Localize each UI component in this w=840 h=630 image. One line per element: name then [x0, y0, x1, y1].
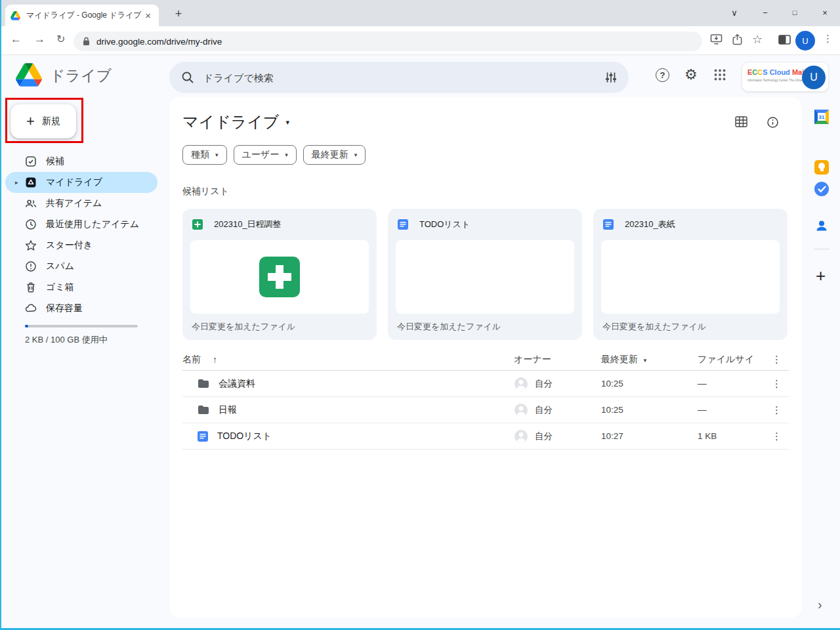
- owner-avatar-icon: [514, 403, 528, 417]
- grid-view-icon[interactable]: [735, 116, 747, 127]
- browser-tab-strip: マイドライブ - Google ドライブ × + ∨ − □ ×: [0, 0, 840, 26]
- file-thumbnail: [190, 240, 369, 314]
- search-input[interactable]: [203, 72, 596, 83]
- header-menu-icon[interactable]: ⋮: [765, 354, 789, 366]
- plus-icon: +: [26, 114, 35, 129]
- card-reason: 今日変更を加えたファイル: [388, 314, 582, 333]
- account-badge-logo: ECCS Cloud Mail: [747, 68, 806, 76]
- tab-search-icon[interactable]: ∨: [719, 0, 749, 25]
- search-bar[interactable]: [169, 62, 629, 93]
- url-text: drive.google.com/drive/my-drive: [96, 37, 222, 47]
- app-name: ドライブ: [50, 66, 112, 86]
- column-header-modified[interactable]: 最終更新▼: [601, 354, 698, 366]
- drive-logo-icon: [16, 63, 42, 87]
- table-row[interactable]: TODOリスト 自分 10:27 1 KB ⋮: [182, 423, 789, 450]
- suggested-card[interactable]: 202310_表紙 今日変更を加えたファイル: [593, 209, 788, 340]
- cloud-icon: [25, 303, 37, 314]
- new-tab-button[interactable]: +: [171, 6, 186, 22]
- sheets-file-icon: [192, 219, 203, 230]
- new-button[interactable]: + 新規: [10, 104, 76, 138]
- chevron-down-icon: ▾: [215, 152, 219, 158]
- sheets-thumbnail-icon: [259, 257, 300, 297]
- column-header-owner[interactable]: オーナー: [514, 354, 601, 366]
- row-menu-icon[interactable]: ⋮: [765, 430, 789, 442]
- contacts-icon[interactable]: [814, 219, 829, 233]
- docs-file-icon: [197, 430, 209, 442]
- reload-icon[interactable]: ↻: [56, 33, 65, 45]
- account-badge[interactable]: ECCS Cloud Mail Information Technology C…: [742, 62, 829, 92]
- table-row[interactable]: 会議資料 自分 10:25 — ⋮: [182, 371, 789, 397]
- storage-usage-text: 2 KB / 100 GB 使用中: [25, 334, 108, 346]
- sidebar-item-label: 共有アイテム: [46, 198, 102, 209]
- browser-profile-avatar[interactable]: U: [795, 31, 815, 51]
- my-drive-icon: [25, 177, 37, 188]
- page-title[interactable]: マイドライブ ▾: [182, 112, 289, 133]
- tasks-icon[interactable]: [814, 182, 829, 196]
- star-icon: [25, 240, 37, 251]
- suggested-cards: 202310_日程調整 今日変更を加えたファイル TODOリスト: [182, 209, 788, 340]
- bookmark-star-icon[interactable]: ☆: [752, 32, 763, 47]
- row-menu-icon[interactable]: ⋮: [765, 378, 789, 390]
- account-avatar[interactable]: U: [802, 66, 826, 89]
- search-options-icon[interactable]: [605, 72, 617, 83]
- screen: マイドライブ - Google ドライブ × + ∨ − □ × ← → ↻ d…: [0, 0, 840, 630]
- sort-desc-icon: ▼: [642, 358, 648, 364]
- table-row[interactable]: 日報 自分 10:25 — ⋮: [182, 397, 789, 423]
- info-icon[interactable]: [766, 116, 779, 129]
- drive-favicon-icon: [10, 11, 20, 20]
- sidebar-nav: 候補 ▸ マイドライブ 共有アイテム 最近使用したアイテム: [5, 151, 158, 319]
- show-side-panel-icon[interactable]: ›: [818, 597, 822, 612]
- side-panel-icon[interactable]: [778, 35, 791, 45]
- calendar-icon[interactable]: 31: [814, 110, 829, 124]
- row-menu-icon[interactable]: ⋮: [765, 404, 789, 416]
- window-maximize-button[interactable]: □: [780, 0, 810, 25]
- sidebar-item-spam[interactable]: スパム: [5, 256, 158, 277]
- apps-grid-icon[interactable]: [714, 69, 726, 81]
- title-dropdown-icon[interactable]: ▾: [285, 118, 289, 127]
- sidebar-item-storage[interactable]: 保存容量: [5, 298, 158, 319]
- folder-icon: [197, 405, 210, 415]
- sidebar-item-trash[interactable]: ゴミ箱: [5, 277, 158, 298]
- keep-icon[interactable]: [814, 160, 829, 175]
- suggested-card[interactable]: 202310_日程調整 今日変更を加えたファイル: [182, 209, 377, 340]
- sidebar-item-suggested[interactable]: 候補: [5, 151, 158, 172]
- main-panel: マイドライブ ▾ 種類 ▾ ユーザー ▾ 最終更新: [169, 97, 802, 618]
- new-button-label: 新規: [42, 116, 60, 127]
- sidebar-item-shared[interactable]: 共有アイテム: [5, 193, 158, 214]
- suggested-card[interactable]: TODOリスト 今日変更を加えたファイル: [388, 209, 582, 340]
- browser-menu-icon[interactable]: ⋮: [823, 33, 833, 45]
- owner-avatar-icon: [514, 429, 528, 444]
- window-minimize-button[interactable]: −: [750, 0, 780, 25]
- side-panel-divider: [814, 249, 830, 249]
- tab-close-icon[interactable]: ×: [145, 10, 151, 21]
- sidebar-item-label: 最近使用したアイテム: [46, 219, 139, 230]
- gear-icon[interactable]: ⚙: [684, 66, 698, 83]
- sidebar-item-label: 保存容量: [46, 303, 83, 314]
- filter-chip-people[interactable]: ユーザー ▾: [234, 145, 297, 165]
- sidebar-item-recent[interactable]: 最近使用したアイテム: [5, 214, 158, 235]
- filter-chip-type[interactable]: 種類 ▾: [182, 145, 227, 165]
- share-icon[interactable]: [731, 33, 744, 45]
- sort-asc-icon[interactable]: ↑: [213, 354, 217, 365]
- docs-file-icon: [602, 219, 614, 230]
- forward-icon[interactable]: →: [34, 33, 45, 46]
- help-icon[interactable]: ?: [656, 68, 669, 82]
- window-close-button[interactable]: ×: [810, 0, 840, 25]
- back-icon[interactable]: ←: [10, 33, 22, 46]
- file-thumbnail: [601, 240, 780, 314]
- column-header-name[interactable]: 名前: [182, 354, 201, 366]
- table-header: 名前 ↑ オーナー 最終更新▼ ファイルサイ ⋮: [182, 348, 789, 371]
- get-addons-icon[interactable]: +: [816, 266, 826, 286]
- sidebar-item-my-drive[interactable]: ▸ マイドライブ: [5, 172, 158, 193]
- address-bar[interactable]: drive.google.com/drive/my-drive: [74, 32, 702, 51]
- sidebar-item-label: 候補: [46, 156, 64, 167]
- browser-tab[interactable]: マイドライブ - Google ドライブ ×: [5, 5, 159, 26]
- column-header-size[interactable]: ファイルサイ: [698, 354, 765, 366]
- sidebar-item-label: ゴミ箱: [46, 282, 74, 293]
- folder-icon: [197, 379, 210, 389]
- install-icon[interactable]: [710, 33, 723, 45]
- owner-avatar-icon: [514, 377, 528, 391]
- filter-chip-modified[interactable]: 最終更新 ▾: [303, 145, 366, 165]
- expand-caret-icon[interactable]: ▸: [15, 179, 18, 186]
- sidebar-item-starred[interactable]: スター付き: [5, 235, 158, 256]
